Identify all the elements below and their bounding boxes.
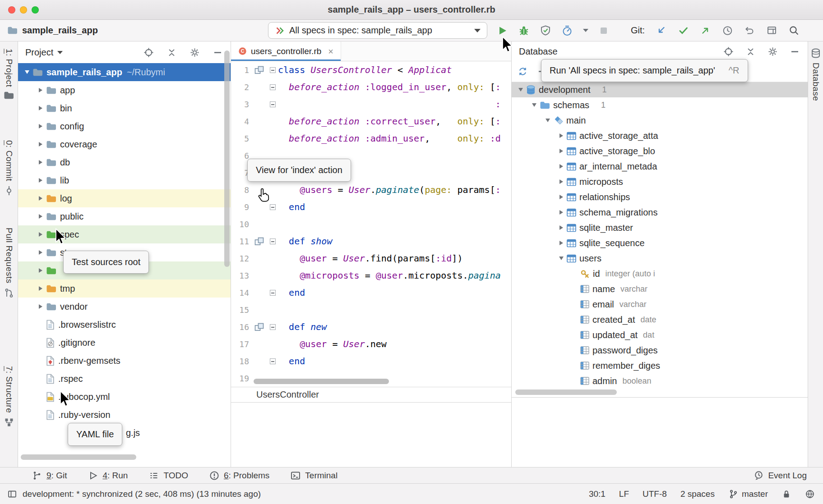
db-tree-row-active-storage-atta[interactable]: active_storage_atta [512,128,808,143]
db-tree-row-password-diges[interactable]: password_diges [512,343,808,358]
db-tree-row-schemas[interactable]: schemas 1 [512,97,808,113]
chevron-right-icon[interactable] [557,209,567,216]
toolwindow-button-6-problems[interactable]: 6: Problems [209,470,269,481]
database-horizontal-scrollbar[interactable] [515,389,617,395]
close-tab-icon[interactable]: × [328,47,333,56]
chevron-right-icon[interactable] [36,195,46,202]
chevron-down-icon[interactable] [516,86,526,93]
tree-row-rubocop-yml[interactable]: .rubocop.yml [18,388,231,406]
minusicon-icon[interactable] [789,46,800,57]
db-tree-row-ar-internal-metada[interactable]: ar_internal_metada [512,159,808,174]
stop-button[interactable] [598,25,609,36]
chevron-down-icon[interactable] [543,117,553,124]
tool-button-database[interactable]: Database [811,48,821,101]
toolwindow-button-todo[interactable]: TODO [148,470,188,481]
fold-marker[interactable] [270,324,276,330]
db-tree-row-relationships[interactable]: relationships [512,189,808,205]
db-tree-row-sqlite-master[interactable]: sqlite_master [512,220,808,235]
push-button[interactable] [700,25,711,36]
gear-icon[interactable] [189,47,200,58]
run-button[interactable] [496,25,508,37]
coverage-button[interactable] [540,25,551,37]
chevron-right-icon[interactable] [36,123,46,130]
db-tree-row-main[interactable]: main [512,113,808,128]
rollback-button[interactable] [744,25,755,36]
hide-panel-icon[interactable] [212,47,223,58]
collapse-all-icon[interactable] [166,47,177,58]
locate-icon[interactable] [723,46,734,57]
minimize-window-button[interactable] [20,6,27,14]
fold-marker[interactable] [270,204,276,210]
breadcrumb-item[interactable]: UsersController [256,389,319,400]
shelf-button[interactable] [766,25,777,36]
tree-row-browserslistrc[interactable]: .browserslistrc [18,316,231,334]
chevron-right-icon[interactable] [557,132,567,139]
db-tree-row-development[interactable]: development 1 [512,82,808,97]
chevron-down-icon[interactable] [530,101,540,109]
chevron-right-icon[interactable] [36,249,46,256]
chevron-right-icon[interactable] [36,267,46,274]
tree-row-vendor[interactable]: vendor [18,298,231,316]
tab-users-controller[interactable]: C users_controller.rb × [231,41,341,61]
tree-row-gitignore[interactable]: .gitignore [18,334,231,352]
chevron-right-icon[interactable] [557,224,567,231]
editor-horizontal-scrollbar[interactable] [254,379,389,384]
chevron-right-icon[interactable] [36,285,46,292]
project-vertical-scrollbar[interactable] [224,50,230,267]
tree-row-spec[interactable]: spec [18,225,231,243]
chevron-right-icon[interactable] [36,159,46,166]
fold-marker[interactable] [270,358,276,364]
status-item-access[interactable] [805,489,815,499]
toolwindow-button-4-run[interactable]: 4: Run [88,470,128,481]
status-item-utf-8[interactable]: UTF-8 [643,489,667,499]
close-window-button[interactable] [8,6,15,14]
tree-row-app[interactable]: app [18,81,231,99]
db-tree-row-created-at[interactable]: created_at date [512,312,808,327]
related-view-icon[interactable] [254,237,264,246]
db-tree-row-microposts[interactable]: microposts [512,174,808,189]
status-item-30-1[interactable]: 30:1 [589,489,606,499]
chevron-right-icon[interactable] [36,213,46,220]
sync-icon[interactable] [517,66,528,77]
chevron-right-icon[interactable] [36,303,46,310]
related-view-icon[interactable] [254,323,264,331]
db-tree-row-schema-migrations[interactable]: schema_migrations [512,205,808,220]
tree-row-tmp[interactable]: tmp [18,279,231,298]
fold-marker[interactable] [270,290,276,296]
tree-row-sample-rails-app[interactable]: sample_rails_app ~/Rubymi [18,63,231,81]
toolwindow-button-event-log[interactable]: Event Log [753,470,807,481]
chevron-right-icon[interactable] [557,239,567,247]
fold-marker[interactable] [270,84,276,90]
chevron-right-icon[interactable] [557,163,567,170]
toolwindow-button-9-git[interactable]: 9: Git [32,470,67,481]
db-tree-row-id[interactable]: id integer (auto i [512,266,808,281]
db-tree-row-admin[interactable]: admin boolean [512,373,808,389]
chevron-right-icon[interactable] [36,231,46,238]
db-tree-row-sqlite-sequence[interactable]: sqlite_sequence [512,235,808,251]
tree-row-db[interactable]: db [18,153,231,171]
run-configuration-select[interactable]: All specs in spec: sample_rails_app [268,22,487,39]
project-view-selector[interactable]: Project [25,47,53,58]
debug-button[interactable] [518,25,530,37]
zoom-window-button[interactable] [32,6,39,14]
fold-marker[interactable] [270,101,276,107]
tool-button-0-commit[interactable]: 0: Commit [4,140,14,196]
tree-row-rbenv-gemsets[interactable]: .rbenv-gemsets [18,352,231,370]
tree-row-config[interactable]: config [18,117,231,135]
db-tree-row-email[interactable]: email varchar [512,297,808,312]
toolwindow-button-terminal[interactable]: Terminal [290,470,338,481]
commit-button[interactable] [678,25,689,36]
db-tree-row-users[interactable]: users [512,251,808,266]
tree-row-lib[interactable]: lib [18,171,231,189]
db-tree-row-name[interactable]: name varchar [512,281,808,297]
project-widget[interactable]: sample_rails_app [7,20,98,41]
tree-row-rspec[interactable]: .rspec [18,370,231,388]
chevron-right-icon[interactable] [36,141,46,148]
profile-button[interactable] [561,25,573,37]
tree-row-coverage[interactable]: coverage [18,135,231,153]
project-horizontal-scrollbar[interactable] [21,454,136,460]
update-button[interactable] [656,25,667,36]
tree-row-log[interactable]: log [18,189,231,207]
chevron-down-icon[interactable] [23,69,32,76]
fold-marker[interactable] [270,238,276,244]
